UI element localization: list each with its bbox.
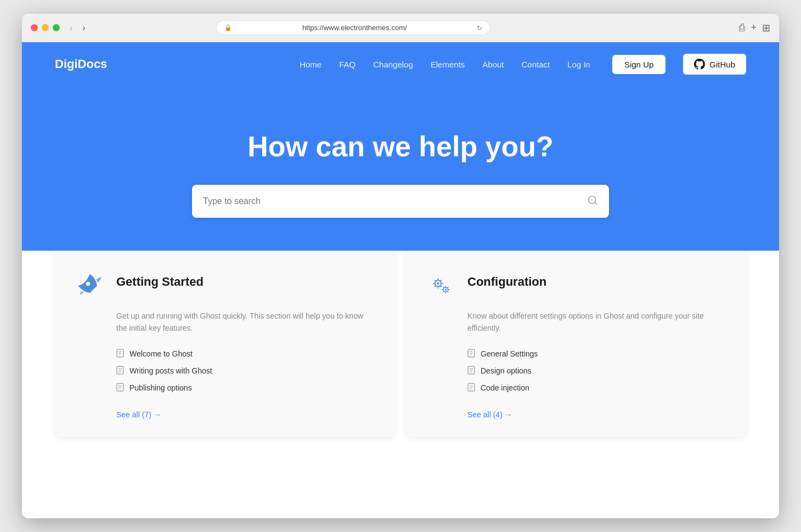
list-item[interactable]: General Settings xyxy=(467,346,726,363)
doc-icon xyxy=(467,383,475,393)
getting-started-links: Welcome to Ghost Writing posts with Ghos… xyxy=(116,346,375,397)
list-item[interactable]: Welcome to Ghost xyxy=(116,346,375,363)
doc-icon xyxy=(116,349,124,359)
see-all-getting-started[interactable]: See all (7) → xyxy=(116,410,161,419)
new-tab-button[interactable]: + xyxy=(751,22,757,33)
doc-icon xyxy=(116,366,124,376)
tabs-button[interactable]: ⊞ xyxy=(762,22,770,34)
search-input[interactable] xyxy=(203,196,587,206)
nav-faq[interactable]: FAQ xyxy=(339,60,356,69)
signup-button[interactable]: Sign Up xyxy=(612,55,665,74)
link-text: Code injection xyxy=(481,383,529,392)
getting-started-desc: Get up and running with Ghost quickly. T… xyxy=(116,310,375,335)
github-label: GitHub xyxy=(709,60,735,69)
search-icon xyxy=(587,195,598,206)
link-text: General Settings xyxy=(481,349,538,358)
svg-point-18 xyxy=(445,288,447,291)
browser-chrome: ‹ › 🔒 https://www.electronthemes.com/ ↻ … xyxy=(22,14,779,42)
url-text: https://www.electronthemes.com/ xyxy=(236,24,472,32)
gear-icon xyxy=(426,270,456,301)
search-button[interactable] xyxy=(587,195,598,208)
link-text: Publishing options xyxy=(129,383,192,392)
lock-icon: 🔒 xyxy=(224,24,232,31)
doc-icon xyxy=(467,349,475,359)
configuration-links: General Settings Design options xyxy=(467,346,726,397)
search-bar[interactable] xyxy=(192,185,609,218)
list-item[interactable]: Design options xyxy=(467,363,726,380)
site-nav: Home FAQ Changelog Elements About Contac… xyxy=(300,54,746,75)
configuration-header: Configuration xyxy=(426,270,726,301)
back-arrow[interactable]: ‹ xyxy=(66,22,76,34)
traffic-light-green[interactable] xyxy=(53,24,60,31)
list-item[interactable]: Publishing options xyxy=(116,380,375,397)
traffic-lights xyxy=(31,24,60,31)
link-text: Welcome to Ghost xyxy=(129,349,193,358)
share-button[interactable]: ⎙ xyxy=(739,22,745,33)
site-header: DigiDocs Home FAQ Changelog Elements Abo… xyxy=(22,42,779,86)
configuration-card: Configuration Know about different setti… xyxy=(406,251,746,437)
configuration-title: Configuration xyxy=(467,275,546,289)
list-item[interactable]: Code injection xyxy=(467,380,726,397)
traffic-light-red[interactable] xyxy=(31,24,38,31)
getting-started-title: Getting Started xyxy=(116,275,204,289)
traffic-light-yellow[interactable] xyxy=(42,24,49,31)
rocket-icon xyxy=(75,270,105,301)
see-all-configuration[interactable]: See all (4) → xyxy=(467,410,512,419)
nav-contact[interactable]: Contact xyxy=(522,60,550,69)
site-logo: DigiDocs xyxy=(55,57,107,71)
address-bar[interactable]: 🔒 https://www.electronthemes.com/ ↻ xyxy=(216,20,490,35)
forward-arrow[interactable]: › xyxy=(79,22,88,34)
doc-icon xyxy=(467,366,475,376)
github-icon xyxy=(694,59,705,70)
configuration-desc: Know about different settings options in… xyxy=(467,310,726,335)
hero-section: How can we help you? xyxy=(22,86,779,273)
github-button[interactable]: GitHub xyxy=(683,54,746,75)
nav-changelog[interactable]: Changelog xyxy=(373,60,413,69)
svg-point-16 xyxy=(437,282,439,285)
doc-icon xyxy=(116,383,124,393)
nav-elements[interactable]: Elements xyxy=(431,60,465,69)
link-text: Design options xyxy=(481,366,532,375)
refresh-icon[interactable]: ↻ xyxy=(477,24,482,32)
getting-started-header: Getting Started xyxy=(75,270,375,301)
list-item[interactable]: Writing posts with Ghost xyxy=(116,363,375,380)
nav-home[interactable]: Home xyxy=(300,60,321,69)
nav-arrows: ‹ › xyxy=(66,22,89,34)
link-text: Writing posts with Ghost xyxy=(129,366,212,375)
nav-about[interactable]: About xyxy=(482,60,504,69)
page-content: DigiDocs Home FAQ Changelog Elements Abo… xyxy=(22,42,779,518)
svg-line-1 xyxy=(595,202,597,204)
browser-actions: ⎙ + ⊞ xyxy=(739,22,770,34)
browser-window: ‹ › 🔒 https://www.electronthemes.com/ ↻ … xyxy=(22,14,779,518)
getting-started-card: Getting Started Get up and running with … xyxy=(55,251,395,437)
nav-login[interactable]: Log In xyxy=(567,60,590,69)
hero-title: How can we help you? xyxy=(55,130,746,163)
cards-section: Getting Started Get up and running with … xyxy=(22,251,779,437)
svg-point-2 xyxy=(86,281,90,286)
